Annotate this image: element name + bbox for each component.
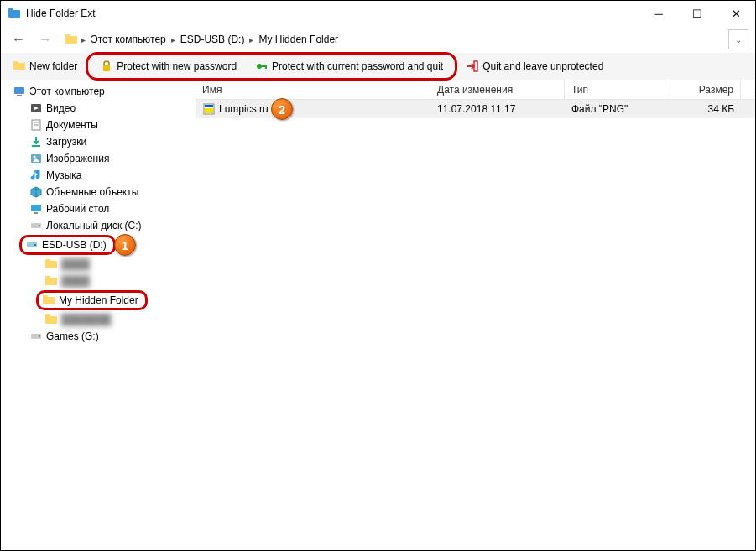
quit-unprotected-button[interactable]: Quit and leave unprotected bbox=[461, 56, 608, 76]
column-size-header[interactable]: Размер bbox=[665, 80, 741, 99]
document-icon bbox=[29, 118, 43, 132]
download-icon bbox=[29, 135, 43, 148]
tree-label-blurred: ████ bbox=[61, 258, 90, 270]
file-name: Lumpics.ru bbox=[219, 103, 269, 115]
svg-rect-36 bbox=[43, 295, 48, 298]
window-title: Hide Folder Ext bbox=[26, 8, 639, 19]
svg-rect-34 bbox=[45, 276, 50, 278]
title-bar: Hide Folder Ext ─ ☐ ✕ bbox=[1, 1, 755, 26]
tree-label[interactable]: ESD-USB (D:) bbox=[42, 239, 107, 251]
annotation-highlight-toolbar: Protect with new password Protect with c… bbox=[86, 52, 457, 81]
tree-label[interactable]: My Hidden Folder bbox=[59, 294, 138, 306]
svg-rect-2 bbox=[65, 36, 77, 44]
tree-label: Этот компьютер bbox=[29, 86, 105, 97]
svg-point-40 bbox=[39, 335, 40, 337]
folder-icon bbox=[65, 33, 78, 46]
nav-forward-button[interactable]: → bbox=[34, 29, 56, 50]
column-name-header[interactable]: Имя bbox=[196, 80, 430, 99]
chevron-right-icon: ▸ bbox=[169, 35, 177, 44]
annotation-badge-2: 2 bbox=[271, 98, 293, 120]
tree-blurred-item[interactable]: ████ bbox=[1, 256, 196, 273]
main-area: Этот компьютер Видео Документы Загрузки … bbox=[1, 80, 755, 550]
file-size: 34 КБ bbox=[707, 103, 734, 115]
svg-rect-1 bbox=[8, 8, 13, 11]
svg-rect-10 bbox=[474, 61, 477, 71]
video-icon bbox=[29, 101, 43, 115]
tree-blurred-item[interactable]: ████ bbox=[1, 273, 196, 289]
tree-label: Видео bbox=[46, 102, 76, 114]
computer-icon bbox=[13, 85, 26, 98]
tree-label-blurred: ███████ bbox=[61, 314, 112, 325]
column-date-header[interactable]: Дата изменения bbox=[430, 80, 565, 99]
folder-icon bbox=[44, 274, 58, 288]
tree-label: Изображения bbox=[46, 153, 109, 164]
breadcrumb-computer[interactable]: Этот компьютер bbox=[87, 30, 169, 49]
image-file-icon bbox=[202, 102, 216, 116]
svg-rect-38 bbox=[45, 314, 50, 317]
tree-label: Документы bbox=[46, 119, 98, 131]
picture-icon bbox=[29, 152, 43, 165]
svg-rect-4 bbox=[13, 63, 25, 70]
folder-tree: Этот компьютер Видео Документы Загрузки … bbox=[1, 80, 196, 550]
column-type-header[interactable]: Тип bbox=[565, 80, 665, 99]
music-icon bbox=[29, 169, 43, 182]
folder-icon bbox=[13, 60, 26, 73]
tree-video[interactable]: Видео bbox=[1, 100, 196, 117]
new-folder-button[interactable]: New folder bbox=[8, 56, 82, 76]
close-button[interactable]: ✕ bbox=[717, 1, 755, 26]
dropdown-button[interactable]: ⌄ bbox=[728, 29, 748, 49]
nav-back-button[interactable]: ← bbox=[8, 29, 29, 50]
window-controls: ─ ☐ ✕ bbox=[639, 1, 755, 26]
file-row[interactable]: Lumpics.ru 11.07.2018 11:17 Файл "PNG" 3… bbox=[196, 100, 755, 118]
drive-icon bbox=[29, 330, 43, 343]
svg-rect-37 bbox=[45, 316, 57, 324]
key-icon bbox=[255, 60, 269, 73]
tree-label: Локальный диск (C:) bbox=[46, 220, 142, 231]
svg-rect-9 bbox=[265, 65, 267, 69]
protect-new-password-button[interactable]: Protect with new password bbox=[95, 56, 242, 76]
tree-downloads[interactable]: Загрузки bbox=[1, 133, 196, 150]
svg-rect-11 bbox=[14, 87, 24, 94]
cube-icon bbox=[29, 185, 43, 199]
breadcrumb-bar[interactable]: ▸ Этот компьютер ▸ ESD-USB (D:) ▸ My Hid… bbox=[61, 29, 718, 49]
protect-new-label: Protect with new password bbox=[117, 60, 237, 72]
tree-label: Загрузки bbox=[46, 136, 86, 148]
toolbar: New folder Protect with new password Pro… bbox=[1, 53, 755, 80]
breadcrumb-drive[interactable]: ESD-USB (D:) bbox=[177, 30, 248, 49]
address-bar-row: ← → ▸ Этот компьютер ▸ ESD-USB (D:) ▸ My… bbox=[1, 26, 755, 53]
tree-pictures[interactable]: Изображения bbox=[1, 150, 196, 167]
exit-icon bbox=[466, 60, 479, 73]
tree-desktop[interactable]: Рабочий стол bbox=[1, 200, 196, 217]
chevron-right-icon: ▸ bbox=[80, 35, 87, 44]
svg-point-20 bbox=[34, 156, 36, 159]
svg-rect-31 bbox=[45, 261, 57, 268]
tree-local-disk[interactable]: Локальный диск (C:) bbox=[1, 217, 196, 234]
tree-games[interactable]: Games (G:) bbox=[1, 328, 196, 345]
maximize-button[interactable]: ☐ bbox=[678, 1, 717, 26]
tree-hidden-folder-row: My Hidden Folder bbox=[1, 289, 196, 311]
annotation-highlight-folder: My Hidden Folder bbox=[36, 290, 148, 310]
svg-rect-43 bbox=[205, 108, 213, 113]
tree-label: Музыка bbox=[46, 169, 81, 181]
svg-rect-3 bbox=[65, 34, 70, 37]
minimize-button[interactable]: ─ bbox=[639, 1, 678, 26]
tree-music[interactable]: Музыка bbox=[1, 167, 196, 184]
breadcrumb-folder[interactable]: My Hidden Folder bbox=[255, 30, 342, 49]
svg-point-28 bbox=[39, 225, 40, 226]
protect-current-password-button[interactable]: Protect with current password and quit bbox=[250, 56, 448, 76]
app-icon bbox=[8, 7, 21, 20]
desktop-icon bbox=[29, 202, 43, 216]
quit-unprotected-label: Quit and leave unprotected bbox=[482, 60, 603, 72]
tree-documents[interactable]: Документы bbox=[1, 117, 196, 133]
drive-icon bbox=[29, 219, 43, 232]
tree-label: Games (G:) bbox=[46, 330, 99, 342]
tree-3d-objects[interactable]: Объемные объекты bbox=[1, 184, 196, 200]
tree-blurred-item[interactable]: ███████ bbox=[1, 311, 196, 328]
svg-rect-18 bbox=[32, 145, 40, 147]
chevron-down-icon: ⌄ bbox=[735, 35, 742, 44]
new-folder-label: New folder bbox=[29, 60, 77, 72]
svg-rect-42 bbox=[205, 105, 213, 107]
annotation-badge-1: 1 bbox=[114, 234, 136, 256]
file-list: Имя Дата изменения Тип Размер Lumpics.ru… bbox=[196, 80, 755, 550]
tree-computer[interactable]: Этот компьютер bbox=[1, 83, 196, 100]
